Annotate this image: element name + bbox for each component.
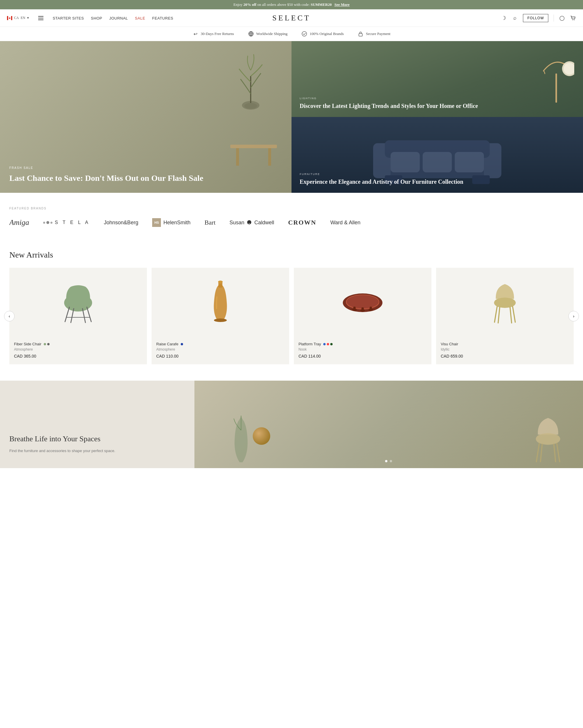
nav-link-sale[interactable]: SALE bbox=[135, 16, 145, 20]
svg-rect-2 bbox=[11, 16, 12, 20]
svg-point-34 bbox=[218, 281, 223, 283]
brand-johnson[interactable]: Johnson&Berg bbox=[104, 219, 138, 226]
account-icon[interactable]: ◯ bbox=[559, 15, 565, 21]
hero-main[interactable]: FRASH SALE Last Chance to Save: Don't Mi… bbox=[0, 41, 292, 193]
product-info-visu-chair: Visu Chair Idyllic CAD 659.00 bbox=[436, 338, 574, 364]
follow-button[interactable]: FOLLOW bbox=[523, 14, 548, 22]
brand-amiga[interactable]: Amiga bbox=[9, 218, 29, 227]
search-icon[interactable]: ⌕ bbox=[512, 15, 518, 21]
cart-icon[interactable] bbox=[570, 15, 576, 21]
hero-sub-top-badge: LIGHTING bbox=[300, 97, 478, 100]
brand-ward[interactable]: Ward & Allen bbox=[330, 219, 360, 226]
svg-line-46 bbox=[513, 307, 516, 322]
nav-links: STARTER SITES SHOP JOURNAL SALE FEATURES bbox=[53, 16, 173, 21]
hero-sub-top[interactable]: LIGHTING Discover the Latest Lighting Tr… bbox=[292, 41, 583, 117]
svg-rect-14 bbox=[268, 148, 271, 166]
hero-sub-bottom-badge: FURNITURE bbox=[300, 173, 463, 176]
cart-svg bbox=[570, 15, 576, 21]
country-code: CA bbox=[14, 16, 19, 20]
color-dot bbox=[330, 343, 333, 345]
trust-shipping-label: Worldwide Shipping bbox=[256, 31, 288, 36]
brand-susan[interactable]: Susan Caldwell bbox=[229, 219, 274, 226]
dot-inactive bbox=[390, 460, 392, 462]
product-name-visu-chair: Visu Chair bbox=[441, 342, 569, 346]
carousel-prev-button[interactable]: ‹ bbox=[4, 311, 15, 321]
product-brand-carafe: Atmosphere bbox=[156, 347, 284, 352]
product-card-carafe[interactable]: Raise Carafe Atmosphere CAD 110.00 bbox=[151, 268, 289, 364]
editorial-left: Breathe Life into Your Spaces Find the f… bbox=[0, 381, 194, 468]
tray-illustration bbox=[339, 288, 386, 317]
product-card-visu-chair[interactable]: Visu Chair Idyllic CAD 659.00 bbox=[436, 268, 574, 364]
site-logo[interactable]: SELECT bbox=[272, 14, 310, 23]
trust-returns-label: 30-Days Free Returns bbox=[201, 31, 234, 36]
product-card-tray[interactable]: Platform Tray Nook CAD 114.00 bbox=[294, 268, 432, 364]
dark-mode-icon[interactable]: ☽ bbox=[501, 15, 507, 21]
carousel-next-button[interactable]: › bbox=[568, 311, 579, 321]
editorial-description: Find the furniture and accessories to sh… bbox=[9, 448, 185, 454]
trust-payment-label: Secure Payment bbox=[366, 31, 390, 36]
product-card-fiber-chair[interactable]: Fiber Side Chair Atmosphere CAD 365.00 bbox=[9, 268, 147, 364]
svg-point-4 bbox=[573, 20, 573, 20]
hero-grid: FRASH SALE Last Chance to Save: Don't Mi… bbox=[0, 41, 583, 193]
stela-label: S T E L A bbox=[55, 220, 90, 225]
hero-sub-bottom[interactable]: FURNITURE Experience the Elegance and Ar… bbox=[292, 117, 583, 193]
featured-brands-label: FEATURED BRANDS bbox=[9, 207, 574, 210]
product-price-carafe: CAD 110.00 bbox=[156, 354, 284, 359]
color-dot bbox=[323, 343, 326, 345]
svg-line-45 bbox=[494, 307, 497, 322]
brands-list: Amiga S T E L A Johnson&Berg HS HelenSmi… bbox=[9, 218, 574, 227]
editorial-right[interactable] bbox=[194, 381, 583, 468]
product-brand-fiber-chair: Atmosphere bbox=[14, 347, 142, 352]
caldwell-text: Caldwell bbox=[254, 219, 274, 226]
color-dots-carafe bbox=[181, 343, 183, 345]
locale-selector[interactable]: CA EN ▾ bbox=[7, 16, 29, 20]
hamburger-menu[interactable] bbox=[37, 15, 45, 21]
svg-point-5 bbox=[574, 20, 575, 20]
hero-sub-bottom-title: Experience the Elegance and Artistry of … bbox=[300, 178, 463, 186]
trust-shipping: Worldwide Shipping bbox=[248, 31, 288, 37]
product-image-fiber-chair bbox=[9, 268, 147, 338]
product-brand-visu-chair: Idyllic bbox=[441, 347, 569, 352]
brand-stela[interactable]: S T E L A bbox=[43, 220, 90, 225]
svg-line-47 bbox=[498, 307, 500, 323]
svg-rect-43 bbox=[370, 307, 372, 310]
svg-line-51 bbox=[557, 443, 560, 462]
nav-link-journal[interactable]: JOURNAL bbox=[109, 16, 128, 20]
svg-line-28 bbox=[65, 307, 70, 322]
editorial-vase-icon bbox=[229, 413, 253, 465]
editorial-section: Breathe Life into Your Spaces Find the f… bbox=[0, 381, 583, 468]
svg-line-48 bbox=[510, 307, 511, 323]
svg-line-29 bbox=[87, 307, 91, 322]
product-image-tray bbox=[294, 268, 432, 338]
trust-original: 100% Original Brands bbox=[301, 31, 344, 37]
svg-point-8 bbox=[302, 31, 307, 36]
svg-point-11 bbox=[244, 103, 257, 109]
color-dot bbox=[47, 343, 50, 345]
announcement-text: Enjoy 20% off on all orders above $50 wi… bbox=[233, 2, 333, 7]
product-name-fiber-chair: Fiber Side Chair bbox=[14, 342, 142, 346]
nav-link-features[interactable]: FEATURES bbox=[152, 16, 173, 20]
featured-brands: FEATURED BRANDS Amiga S T E L A Johnson&… bbox=[0, 193, 583, 236]
locale-chevron-icon: ▾ bbox=[27, 16, 29, 20]
product-info-tray: Platform Tray Nook CAD 114.00 bbox=[294, 338, 432, 364]
svg-line-52 bbox=[540, 444, 542, 462]
returns-icon: ↩ bbox=[193, 31, 198, 37]
color-dot bbox=[181, 343, 183, 345]
svg-line-50 bbox=[536, 443, 539, 462]
hs-badge-icon: HS bbox=[152, 218, 161, 227]
products-carousel: ‹ bbox=[9, 268, 574, 364]
svg-line-53 bbox=[554, 444, 556, 462]
table-decoration-icon bbox=[227, 140, 280, 170]
brand-bart[interactable]: Bart bbox=[204, 219, 215, 226]
svg-rect-12 bbox=[230, 145, 277, 148]
svg-point-35 bbox=[214, 318, 227, 322]
brand-crown[interactable]: CROWN bbox=[288, 219, 316, 226]
visu-chair-illustration bbox=[486, 280, 524, 326]
announcement-cta[interactable]: See More bbox=[334, 2, 350, 7]
carafe-illustration bbox=[206, 280, 235, 326]
nav-link-shop[interactable]: SHOP bbox=[91, 16, 102, 20]
nav-link-starter-sites[interactable]: STARTER SITES bbox=[53, 16, 84, 20]
brand-helen[interactable]: HS HelenSmith bbox=[152, 218, 190, 227]
svg-rect-23 bbox=[472, 175, 490, 184]
main-nav: CA EN ▾ STARTER SITES SHOP JOURNAL SALE … bbox=[0, 9, 583, 27]
